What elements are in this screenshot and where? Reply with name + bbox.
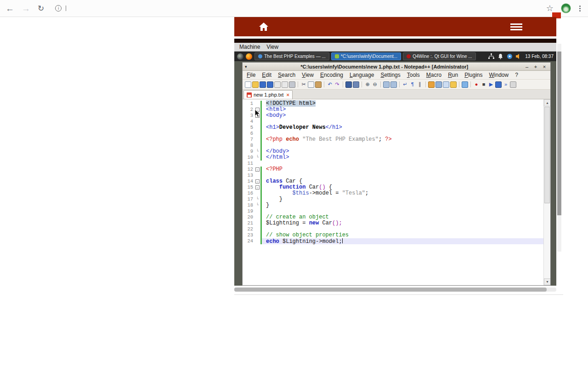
page-info-icon[interactable]: i bbox=[55, 5, 62, 12]
redo-icon[interactable]: ↷ bbox=[334, 81, 340, 88]
monitoring-icon[interactable] bbox=[462, 81, 468, 88]
fold-marker[interactable]: └ bbox=[254, 155, 260, 161]
hamburger-menu-icon[interactable] bbox=[510, 23, 522, 30]
show-symbols-icon[interactable]: ¶ bbox=[409, 81, 416, 88]
workspace-switcher-icon[interactable] bbox=[488, 53, 494, 59]
copy-icon[interactable] bbox=[308, 81, 314, 88]
horizontal-scroll-thumb[interactable] bbox=[234, 288, 547, 292]
replace-icon[interactable] bbox=[353, 81, 359, 88]
close-button[interactable]: × bbox=[541, 63, 548, 69]
undo-icon[interactable]: ↶ bbox=[327, 81, 333, 88]
find-icon[interactable] bbox=[345, 81, 352, 88]
update-status-icon[interactable] bbox=[507, 53, 513, 59]
editor-vertical-scrollbar[interactable]: ▲ ▼ bbox=[543, 99, 550, 285]
npp-menu-window[interactable]: Window bbox=[486, 71, 512, 79]
fold-marker[interactable]: └ bbox=[254, 196, 260, 202]
npp-menu-view[interactable]: View bbox=[299, 71, 317, 79]
minimize-button[interactable]: – bbox=[523, 63, 531, 69]
horizontal-scrollbar[interactable] bbox=[234, 288, 556, 292]
vm-menu-view[interactable]: View bbox=[263, 44, 282, 50]
close-all-icon[interactable] bbox=[282, 81, 288, 88]
record-macro-icon[interactable]: ● bbox=[473, 81, 480, 88]
editor-line-1[interactable]: 1<!DOCTYPE html> bbox=[243, 101, 543, 107]
address-bar[interactable]: i bbox=[51, 2, 539, 15]
home-icon[interactable] bbox=[258, 21, 269, 32]
page-scroll-thumb[interactable] bbox=[557, 52, 561, 215]
close-doc-icon[interactable] bbox=[274, 81, 281, 88]
back-button[interactable]: ← bbox=[6, 4, 14, 13]
editor-line-3[interactable]: 3-<body> bbox=[243, 113, 543, 119]
stop-macro-icon[interactable]: ■ bbox=[481, 81, 487, 88]
editor-scroll-thumb[interactable] bbox=[544, 107, 550, 203]
npp-menu-edit[interactable]: Edit bbox=[259, 71, 275, 79]
page-vertical-scrollbar[interactable] bbox=[557, 44, 561, 252]
bookmark-star-icon[interactable]: ☆ bbox=[546, 4, 554, 12]
editor-line-12[interactable]: 12-<?PHP bbox=[243, 167, 543, 172]
profile-avatar[interactable] bbox=[561, 3, 571, 13]
npp-menu-tools[interactable]: Tools bbox=[404, 71, 423, 79]
fold-collapse-icon[interactable]: - bbox=[255, 185, 260, 190]
folder-workspace-icon[interactable] bbox=[450, 81, 457, 88]
paste-icon[interactable] bbox=[315, 81, 322, 88]
tab-new-1-php[interactable]: new 1.php.txt × bbox=[243, 90, 293, 99]
save-all-icon[interactable] bbox=[267, 81, 273, 88]
editor-line-18[interactable]: 18└} bbox=[243, 202, 543, 208]
save-macro-icon[interactable] bbox=[495, 81, 502, 88]
taskbar-button-2[interactable]: *C:\users\winfy\Document... bbox=[331, 52, 401, 60]
editor-line-16[interactable]: 16 $this->model = "Tesla"; bbox=[243, 190, 543, 196]
save-icon[interactable] bbox=[260, 81, 266, 88]
editor-line-21[interactable]: 21$Lightning = new Car(); bbox=[243, 220, 543, 226]
notepad-titlebar[interactable]: ▾ *C:\users\winfy\Documents\new 1.php.tx… bbox=[243, 63, 550, 71]
zoom-out-icon[interactable]: ⊖ bbox=[372, 81, 378, 88]
fold-marker[interactable]: └ bbox=[254, 149, 260, 155]
vm-menu-machine[interactable]: Machine bbox=[236, 44, 263, 50]
fold-marker[interactable]: - bbox=[254, 167, 260, 172]
fold-marker[interactable]: - bbox=[254, 184, 260, 190]
editor-line-23[interactable]: 23// show object properties bbox=[243, 232, 543, 238]
editor-line-24[interactable]: 24echo $Lightning->model; bbox=[243, 238, 543, 244]
scroll-down-icon[interactable]: ▼ bbox=[544, 278, 550, 285]
zoom-in-icon[interactable]: ⊕ bbox=[364, 81, 371, 88]
taskbar-button-1[interactable]: The Best PHP Examples — ... bbox=[254, 52, 329, 60]
npp-menu-help[interactable]: ? bbox=[512, 71, 521, 79]
sync-horizontal-icon[interactable] bbox=[390, 81, 397, 88]
fold-collapse-icon[interactable]: - bbox=[255, 167, 260, 172]
editor-line-7[interactable]: 7<?php echo "The Best PHP Examples"; ?> bbox=[243, 137, 543, 143]
user-dialog-icon[interactable] bbox=[428, 81, 435, 88]
npp-menu-encoding[interactable]: Encoding bbox=[317, 71, 346, 79]
indent-guide-icon[interactable]: ∥ bbox=[417, 81, 423, 88]
npp-menu-search[interactable]: Search bbox=[275, 71, 299, 79]
notification-bell-icon[interactable] bbox=[498, 53, 503, 59]
npp-menu-language[interactable]: Language bbox=[346, 71, 377, 79]
scroll-up-icon[interactable]: ▲ bbox=[544, 99, 550, 106]
play-macro-icon[interactable]: ▶ bbox=[488, 81, 494, 88]
function-list-icon[interactable] bbox=[443, 81, 449, 88]
sync-vertical-icon[interactable] bbox=[383, 81, 390, 88]
fold-marker[interactable]: └ bbox=[254, 202, 260, 208]
browser-menu-icon[interactable] bbox=[578, 5, 582, 12]
reload-button[interactable]: ↻ bbox=[38, 5, 44, 12]
editor-line-5[interactable]: 5<h1>Developer News</h1> bbox=[243, 125, 543, 131]
cut-icon[interactable]: ✂ bbox=[300, 81, 307, 88]
volume-icon[interactable] bbox=[516, 53, 522, 59]
firefox-launcher-icon[interactable] bbox=[246, 53, 252, 60]
npp-menu-run[interactable]: Run bbox=[445, 71, 461, 79]
new-file-icon[interactable] bbox=[245, 81, 251, 88]
word-wrap-icon[interactable]: ↵ bbox=[402, 81, 408, 88]
doc-map-icon[interactable] bbox=[435, 81, 442, 88]
maximize-button[interactable]: + bbox=[532, 63, 539, 69]
open-folder-icon[interactable] bbox=[252, 81, 259, 88]
editor-line-17[interactable]: 17└ } bbox=[243, 196, 543, 202]
editor-line-10[interactable]: 10└</html> bbox=[243, 155, 543, 161]
fold-marker[interactable]: - bbox=[254, 178, 260, 184]
md-view-icon[interactable] bbox=[510, 81, 516, 88]
editor[interactable]: 1<!DOCTYPE html>2-<html>3-<body>45<h1>De… bbox=[243, 99, 550, 285]
taskbar-button-3[interactable]: Q4Wine :. Qt GUI for Wine ... bbox=[403, 52, 475, 60]
print-icon[interactable] bbox=[289, 81, 295, 88]
npp-menu-macro[interactable]: Macro bbox=[423, 71, 445, 79]
run-multi-icon[interactable]: » bbox=[503, 81, 509, 88]
forward-button[interactable]: → bbox=[22, 4, 30, 13]
npp-menu-plugins[interactable]: Plugins bbox=[461, 71, 486, 79]
npp-menu-settings[interactable]: Settings bbox=[377, 71, 403, 79]
npp-menu-file[interactable]: File bbox=[243, 71, 259, 79]
